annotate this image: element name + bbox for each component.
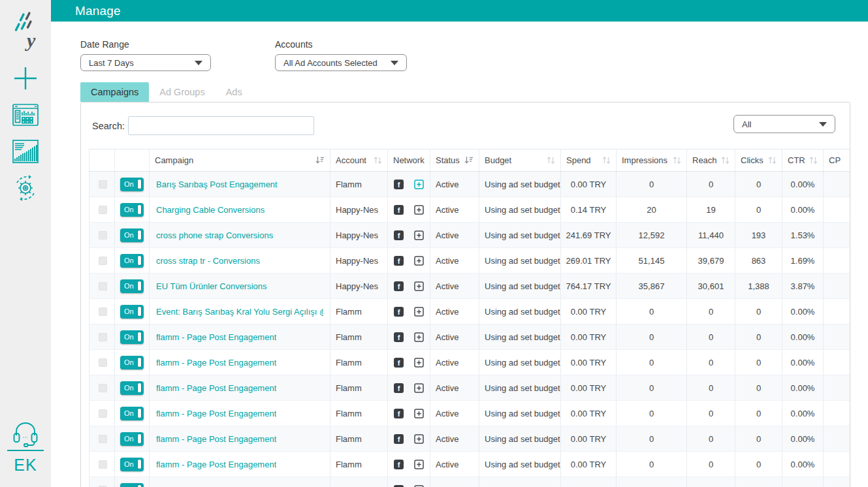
sort-icon[interactable] [673,156,681,165]
status-value: Active [436,460,458,469]
campaign-link[interactable]: flamm - Page Post Engagement [156,358,276,368]
brand-logo[interactable]: y [0,10,51,54]
tab-campaigns[interactable]: Campaigns [80,82,149,102]
row-checkbox[interactable] [99,384,107,392]
sort-icon[interactable] [721,156,730,165]
campaign-on-toggle[interactable]: On [120,228,144,242]
campaign-link[interactable]: flamm - Page Post Engagement [156,485,276,487]
campaign-on-toggle[interactable]: On [120,483,144,487]
column-header-reach[interactable]: Reach [687,149,735,171]
campaign-cell: Barış Sarıbaş Post Engagement [150,172,330,196]
campaign-link[interactable]: flamm - Page Post Engagement [156,434,276,444]
row-checkbox[interactable] [99,435,107,443]
column-header-ctr[interactable]: CTR [782,149,824,171]
sort-icon[interactable] [547,156,555,165]
campaign-link[interactable]: Barış Sarıbaş Post Engagement [156,180,278,189]
campaign-on-toggle[interactable]: On [120,432,144,446]
campaign-link[interactable]: Charging Cable Conversions [156,205,265,215]
row-checkbox[interactable] [99,180,107,189]
facebook-icon: f [394,409,404,418]
row-toggle-cell: On [115,223,150,247]
budget-value: Using ad set budget [485,180,560,189]
expand-plus-icon[interactable] [414,180,424,189]
campaign-link[interactable]: flamm - Page Post Engagement [156,332,276,342]
sort-icon[interactable] [602,156,611,165]
campaign-on-toggle[interactable]: On [120,356,144,369]
campaign-link[interactable]: flamm - Page Post Engagement [156,383,276,393]
expand-plus-icon[interactable] [414,409,424,418]
campaign-on-toggle[interactable]: On [120,203,144,217]
campaign-link[interactable]: Event: Barış Sarıbaş Kral Yolu Sergi Açı… [156,307,323,317]
row-checkbox[interactable] [99,282,107,291]
campaign-on-toggle[interactable]: On [120,178,144,191]
status-cell: Active [430,401,479,426]
tab-ads[interactable]: Ads [216,82,253,102]
reach-cell: 0 [687,324,735,349]
date-range-dropdown[interactable]: Last 7 Days [80,54,211,71]
sort-icon[interactable] [809,156,818,165]
sort-icon[interactable] [464,156,474,165]
status-filter-dropdown[interactable]: All [733,115,835,133]
expand-plus-icon[interactable] [414,485,424,487]
campaign-link[interactable]: EU Tüm Ürünler Conversions [156,281,267,291]
row-checkbox[interactable] [99,460,107,469]
column-header-impressions[interactable]: Impressions [617,149,687,171]
campaign-on-toggle[interactable]: On [120,305,144,319]
impressions-value: 35,867 [639,281,665,291]
expand-plus-icon[interactable] [414,434,424,444]
campaign-link[interactable]: flamm - Page Post Engagement [156,409,276,418]
column-header-budget[interactable]: Budget [479,149,561,171]
status-value: Active [436,434,458,444]
row-checkbox[interactable] [99,231,107,240]
column-label: Impressions [622,155,667,165]
campaign-link[interactable]: cross phone strap Conversions [156,230,273,240]
campaign-on-toggle[interactable]: On [120,254,144,268]
expand-plus-icon[interactable] [414,230,424,240]
column-header-account[interactable]: Account [330,149,388,171]
expand-plus-icon[interactable] [414,256,424,266]
status-cell: Active [430,197,479,222]
row-checkbox[interactable] [99,307,107,316]
campaign-link[interactable]: cross strap tr - Conversions [156,256,260,266]
column-header-status[interactable]: Status [430,149,479,171]
expand-plus-icon[interactable] [414,205,424,215]
network-cell: f [388,375,430,400]
search-input[interactable] [128,116,314,135]
campaign-on-toggle[interactable]: On [120,330,144,344]
row-checkbox[interactable] [99,257,107,265]
impressions-value: 20 [647,205,656,215]
column-header-spend[interactable]: Spend [561,149,617,171]
toggle-handle [137,459,142,469]
sidebar-item-support[interactable] [0,420,51,447]
tab-ad-groups[interactable]: Ad Groups [149,82,215,102]
clicks-value: 0 [756,358,761,368]
reach-cell: 0 [687,350,735,375]
row-checkbox[interactable] [99,358,107,367]
sort-icon[interactable] [315,156,325,165]
accounts-dropdown[interactable]: All Ad Accounts Selected [275,54,407,71]
campaign-link[interactable]: flamm - Page Post Engagement [156,460,276,469]
sidebar-item-dashboard[interactable] [0,101,51,129]
campaign-on-toggle[interactable]: On [120,407,144,420]
row-checkbox[interactable] [99,206,107,214]
sidebar-item-reports[interactable] [0,138,51,165]
sort-icon[interactable] [374,156,382,165]
campaign-on-toggle[interactable]: On [120,458,144,471]
sort-icon[interactable] [768,156,777,165]
campaign-on-toggle[interactable]: On [120,279,144,293]
expand-plus-icon[interactable] [414,358,424,368]
expand-plus-icon[interactable] [414,332,424,342]
sidebar-item-new[interactable] [0,65,51,91]
column-header-campaign[interactable]: Campaign [150,149,330,171]
expand-plus-icon[interactable] [414,460,424,469]
user-avatar-initials[interactable]: EK [0,456,51,475]
column-header-clicks[interactable]: Clicks [735,149,782,171]
expand-plus-icon[interactable] [414,281,424,291]
sidebar-item-automation[interactable] [0,174,51,202]
expand-plus-icon[interactable] [414,383,424,393]
campaign-on-toggle[interactable]: On [120,381,144,395]
impressions-cell: 35,867 [617,274,687,298]
row-checkbox[interactable] [99,409,107,418]
row-checkbox[interactable] [99,333,107,341]
expand-plus-icon[interactable] [414,307,424,317]
